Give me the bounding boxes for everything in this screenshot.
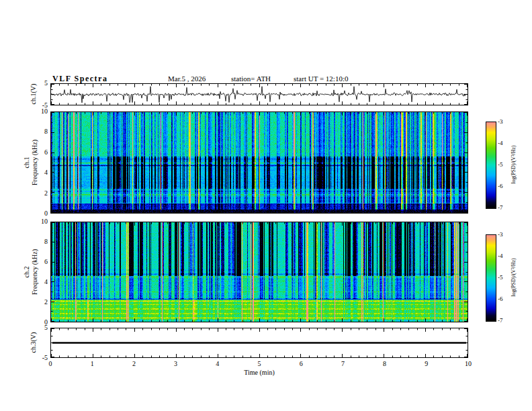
x-tick-label: 0 bbox=[49, 361, 52, 367]
y-tick-label: 6 bbox=[44, 259, 48, 265]
colorbar-tick-label: -5 bbox=[498, 161, 503, 168]
y-tick-label: 10 bbox=[41, 108, 48, 115]
colorbar-tick-label: -3 bbox=[498, 231, 503, 238]
ch2-colorbar bbox=[486, 234, 496, 322]
x-tick-label: 6 bbox=[300, 361, 303, 367]
ch1-axis-label-line2: Frequency (kHz) bbox=[31, 140, 39, 185]
y-tick-label: 0 bbox=[44, 210, 48, 217]
ch1-spectrogram-panel bbox=[50, 111, 468, 214]
x-tick-label: 5 bbox=[258, 361, 261, 367]
y-tick-label: 5 bbox=[44, 324, 48, 331]
plot-station: station= ATH bbox=[231, 75, 271, 83]
colorbar-tick-label: -5 bbox=[498, 274, 503, 281]
ch2-frequency-axis-label: ch.2 Frequency (kHz) bbox=[23, 249, 39, 295]
x-tick-label: 1 bbox=[91, 361, 94, 367]
x-tick-label: 3 bbox=[174, 361, 177, 367]
x-tick-label: 9 bbox=[425, 361, 428, 367]
plot-title: VLF Spectra bbox=[52, 74, 107, 84]
colorbar-tick-label: -6 bbox=[498, 183, 503, 189]
y-tick-label: 5 bbox=[44, 80, 48, 87]
colorbar-tick-label: -6 bbox=[498, 295, 503, 302]
colorbar-tick-label: -7 bbox=[498, 204, 503, 211]
ch2-axis-label-line1: ch.2 bbox=[23, 249, 31, 295]
y-tick-label: 2 bbox=[44, 190, 48, 197]
ch1-colorbar bbox=[486, 122, 496, 209]
ch3-waveform-panel bbox=[50, 328, 468, 358]
y-tick-label: 2 bbox=[44, 299, 48, 306]
x-tick-label: 4 bbox=[216, 361, 219, 367]
ch1-axis-label-line1: ch.1 bbox=[23, 140, 31, 185]
x-tick-label: 10 bbox=[465, 361, 472, 367]
colorbar-tick-label: -7 bbox=[498, 317, 503, 324]
colorbar-tick-label: -3 bbox=[498, 118, 503, 125]
ch1-waveform-panel bbox=[50, 83, 468, 105]
vlf-spectra-figure: VLF Spectra Mar.5 , 2026 station= ATH st… bbox=[0, 0, 532, 411]
y-tick-label: 6 bbox=[44, 149, 48, 156]
x-tick-label: 2 bbox=[132, 361, 136, 367]
y-tick-label: 10 bbox=[41, 218, 48, 225]
plot-date: Mar.5 , 2026 bbox=[168, 75, 206, 83]
x-tick-label: 7 bbox=[341, 361, 345, 367]
y-tick-label: 4 bbox=[44, 279, 48, 285]
ch1-colorbar-label: log(PSD)/(V²/Hz) bbox=[511, 145, 517, 184]
ch1-voltage-axis-label: ch.1(V) bbox=[30, 84, 37, 105]
y-tick-label: 8 bbox=[44, 128, 48, 135]
ch3-voltage-axis-label: ch.3(V) bbox=[30, 332, 37, 353]
y-tick-label: 4 bbox=[44, 169, 48, 176]
ch2-spectrogram-panel bbox=[50, 222, 468, 322]
y-tick-label: 8 bbox=[44, 238, 48, 245]
colorbar-tick-label: -4 bbox=[498, 253, 503, 259]
ch2-colorbar-label: log(PSD)/(V²/Hz) bbox=[511, 258, 517, 297]
ch1-spectrogram-canvas bbox=[51, 112, 468, 213]
ch1-frequency-axis-label: ch.1 Frequency (kHz) bbox=[23, 140, 39, 185]
ch2-spectrogram-canvas bbox=[51, 222, 468, 322]
time-axis-label: Time (min) bbox=[244, 369, 274, 376]
x-tick-label: 8 bbox=[383, 361, 386, 367]
colorbar-tick-label: -4 bbox=[498, 140, 503, 146]
plot-start-ut: start UT = 12:10:0 bbox=[294, 75, 348, 83]
y-tick-label: -5 bbox=[42, 355, 48, 361]
ch2-axis-label-line2: Frequency (kHz) bbox=[31, 249, 39, 295]
ch1-waveform-canvas bbox=[51, 84, 468, 105]
ch3-waveform-canvas bbox=[51, 328, 468, 357]
